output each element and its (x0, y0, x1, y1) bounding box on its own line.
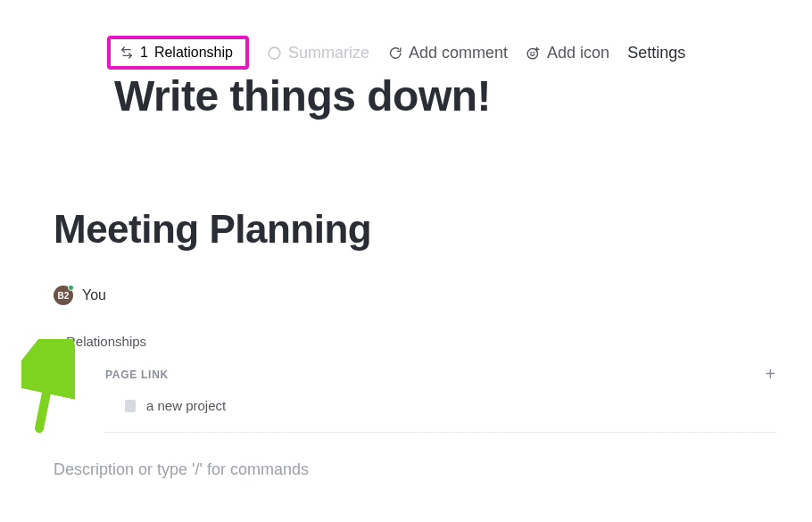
document-heading[interactable]: Meeting Planning (54, 207, 371, 252)
emoji-add-icon (526, 46, 541, 61)
add-comment-button[interactable]: Add comment (387, 44, 508, 62)
description-input[interactable] (54, 460, 776, 479)
relationship-count: 1 (140, 45, 148, 61)
svg-point-3 (534, 52, 534, 53)
svg-point-1 (527, 48, 537, 58)
bidirectional-arrow-icon (120, 46, 134, 60)
annotation-arrow-icon (21, 339, 75, 437)
page-link-item-label: a new project (146, 398, 226, 413)
caret-down-icon (52, 337, 61, 346)
add-comment-label: Add comment (409, 44, 508, 62)
add-page-link-button[interactable]: + (766, 364, 776, 385)
page-link-item[interactable]: a new project (125, 398, 226, 413)
avatar-initials: B2 (58, 291, 70, 301)
comment-icon (387, 46, 402, 61)
settings-label: Settings (627, 44, 685, 62)
relationship-button[interactable]: 1 Relationship (107, 36, 249, 70)
summarize-button[interactable]: Summarize (267, 44, 369, 62)
relationships-label: Relationships (66, 334, 146, 349)
page-link-label: PAGE LINK (105, 369, 169, 381)
page-link-header: PAGE LINK + (105, 364, 776, 385)
add-icon-label: Add icon (547, 44, 609, 62)
relationships-toggle[interactable]: Relationships (52, 334, 146, 349)
avatar[interactable]: B2 (54, 286, 73, 305)
summarize-label: Summarize (288, 44, 369, 62)
sparkle-circle-icon (267, 46, 282, 61)
page-toolbar: 1 Relationship Summarize Add comment Add… (107, 36, 685, 70)
document-icon (125, 400, 136, 412)
page-title: Write things down! (114, 71, 491, 120)
settings-button[interactable]: Settings (627, 44, 685, 62)
author-name: You (82, 287, 106, 303)
svg-point-0 (269, 47, 280, 59)
divider (105, 432, 776, 433)
author-row[interactable]: B2 You (54, 286, 106, 305)
presence-indicator-icon (68, 285, 74, 291)
relationship-label: Relationship (154, 45, 233, 61)
add-icon-button[interactable]: Add icon (526, 44, 609, 62)
svg-point-2 (531, 52, 532, 53)
